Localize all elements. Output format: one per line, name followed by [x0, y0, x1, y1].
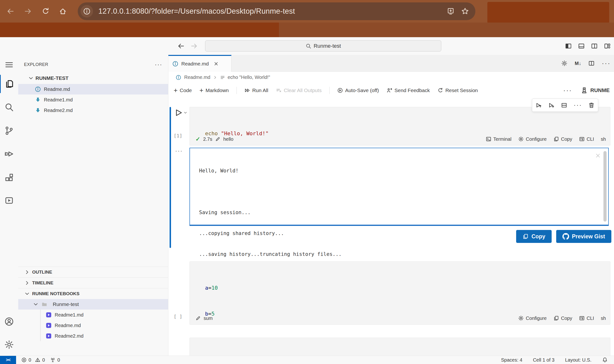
runme-notebooks-section[interactable]: RUNME NOTEBOOKS [18, 288, 168, 299]
breadcrumb-file[interactable]: Readme.md [184, 75, 210, 80]
activity-source-control[interactable] [0, 122, 18, 140]
cli-button[interactable]: CLI [579, 136, 594, 142]
cell-output-terminal[interactable]: Hello, World! Saving session... ...copyi… [189, 148, 609, 226]
send-feedback-label: Send Feedback [394, 88, 430, 93]
open-as-markdown-button[interactable]: M↓ [575, 61, 581, 66]
browser-toolbar: 127.0.0.1:8080/?folder=/Users/macos/Desk… [0, 0, 614, 23]
split-cell-icon[interactable] [561, 102, 567, 109]
install-app-icon[interactable] [447, 7, 455, 15]
code-cell-2[interactable]: a=10 b=5 sum=$((a + b)) echo "Sum: $sum"… [189, 261, 610, 325]
reset-session-button[interactable]: Reset Session [437, 88, 478, 93]
close-icon[interactable] [213, 61, 219, 66]
add-code-button[interactable]: + Code [174, 88, 192, 93]
cell-code[interactable]: greet() { echo "Hello, $1!" [205, 343, 265, 356]
configure-button[interactable]: Configure [518, 136, 547, 142]
pencil-icon[interactable] [196, 316, 201, 321]
activity-runme[interactable] [0, 191, 18, 209]
delete-cell-icon[interactable] [588, 102, 595, 109]
browser-url-bar[interactable]: 127.0.0.1:8080/?folder=/Users/macos/Desk… [78, 2, 475, 20]
remote-icon: >< [6, 357, 10, 363]
account-button[interactable] [0, 312, 18, 331]
copy-output-button[interactable]: Copy [516, 230, 552, 243]
cell-more-actions-icon[interactable]: ··· [574, 102, 582, 109]
command-center-value: Runme-test [314, 43, 341, 49]
split-editor-icon[interactable] [588, 60, 595, 66]
activity-run-debug[interactable] [0, 145, 18, 163]
file-row-readme[interactable]: Readme.md [18, 84, 168, 94]
activity-explorer[interactable] [0, 75, 18, 93]
notebook-row-readme[interactable]: Readme.md [18, 320, 168, 331]
chevron-down-icon[interactable] [183, 111, 188, 115]
notebook-row-readme1[interactable]: Readme1.md [18, 310, 168, 320]
cell-name[interactable]: hello [223, 136, 233, 142]
notebook-row-readme2[interactable]: Readme2.md [18, 331, 168, 341]
home-icon [59, 7, 67, 15]
preview-gist-button[interactable]: Preview Gist [556, 230, 611, 243]
run-cell-button[interactable] [174, 108, 188, 117]
execute-above-icon[interactable] [535, 102, 542, 109]
runme-file-info-icon [176, 75, 181, 80]
editor-forward-icon[interactable] [190, 42, 198, 50]
bookmark-star-icon[interactable] [461, 7, 469, 15]
file-row-readme2[interactable]: Readme2.md [18, 105, 168, 116]
notebook-scroll-area[interactable]: ··· [1] echo "Hello, World!" [168, 98, 614, 356]
tab-readme[interactable]: Readme.md [168, 55, 232, 72]
workspace-root-row[interactable]: RUNME-TEST [18, 73, 168, 83]
gear-icon[interactable] [561, 60, 567, 66]
browser-back-button[interactable] [5, 6, 16, 16]
clear-outputs-button[interactable]: Clear All Outputs [276, 88, 322, 93]
outline-section[interactable]: OUTLINE [18, 267, 168, 277]
activity-search[interactable] [0, 98, 18, 116]
keyboard-layout-indicator[interactable]: Layout: U.S. [565, 357, 591, 363]
cli-button[interactable]: CLI [579, 315, 594, 321]
browser-home-button[interactable] [58, 6, 68, 16]
autosave-toggle[interactable]: Auto-Save (off) [337, 88, 379, 93]
output-scrollbar[interactable] [603, 151, 607, 221]
execute-below-icon[interactable] [548, 102, 555, 109]
timeline-section[interactable]: TIMELINE [18, 278, 168, 288]
toggle-sidebar-icon[interactable] [565, 43, 572, 49]
section-label: OUTLINE [32, 270, 52, 275]
browser-forward-button[interactable] [23, 6, 33, 16]
remote-indicator[interactable]: >< [0, 356, 16, 364]
copy-cell-button[interactable]: Copy [553, 315, 572, 321]
ports-indicator[interactable]: 0 [50, 357, 60, 363]
explorer-more-button[interactable]: ··· [155, 63, 162, 66]
cell-position-indicator[interactable]: Cell 1 of 3 [533, 357, 555, 363]
configure-button[interactable]: Configure [518, 315, 547, 321]
bell-icon[interactable] [602, 357, 608, 363]
command-center-search[interactable]: Runme-test [205, 40, 441, 52]
url-text[interactable]: 127.0.0.1:8080/?folder=/Users/macos/Desk… [98, 7, 295, 16]
browser-reload-button[interactable] [40, 6, 51, 16]
code-cell-1[interactable]: echo "Hello, World!" ✓ 2.7s hello [189, 107, 610, 145]
indent-indicator[interactable]: Spaces: 4 [501, 357, 523, 363]
close-output-icon[interactable] [595, 153, 601, 159]
more-actions-icon[interactable]: ··· [602, 59, 611, 67]
problems-indicator[interactable]: 0 0 [21, 357, 45, 363]
customize-layout-icon[interactable] [604, 43, 611, 49]
pencil-icon[interactable] [215, 136, 221, 142]
breadcrumb-cell[interactable]: echo "Hello, World!" [228, 75, 270, 80]
toolbar-more-button[interactable]: ··· [563, 87, 572, 94]
cell-language[interactable]: sh [601, 136, 606, 142]
cell-language[interactable]: sh [601, 316, 606, 321]
toggle-panel-icon[interactable] [578, 43, 585, 49]
code-cell-3[interactable]: greet() { echo "Hello, $1!" [189, 338, 610, 356]
file-row-readme1[interactable]: Readme1.md [18, 94, 168, 105]
editor-back-icon[interactable] [178, 42, 185, 50]
send-feedback-button[interactable]: Send Feedback [387, 88, 430, 93]
menu-button[interactable] [0, 56, 18, 74]
cell-name[interactable]: sum [204, 316, 213, 321]
notebooks-folder-row[interactable]: Runme-test [18, 299, 168, 310]
browser-chrome: 127.0.0.1:8080/?folder=/Users/macos/Desk… [0, 0, 614, 37]
activity-extensions[interactable] [0, 168, 18, 187]
output-more-button[interactable]: ··· [175, 147, 183, 155]
settings-button[interactable] [0, 336, 18, 354]
add-markdown-button[interactable]: + Markdown [199, 88, 229, 93]
toggle-secondary-sidebar-icon[interactable] [591, 43, 598, 49]
run-all-button[interactable]: Run All [244, 88, 268, 93]
copy-cell-button[interactable]: Copy [553, 136, 572, 142]
site-info-chip[interactable] [81, 5, 93, 17]
open-terminal-button[interactable]: Terminal [486, 136, 512, 142]
chevron-right-icon [24, 269, 30, 275]
